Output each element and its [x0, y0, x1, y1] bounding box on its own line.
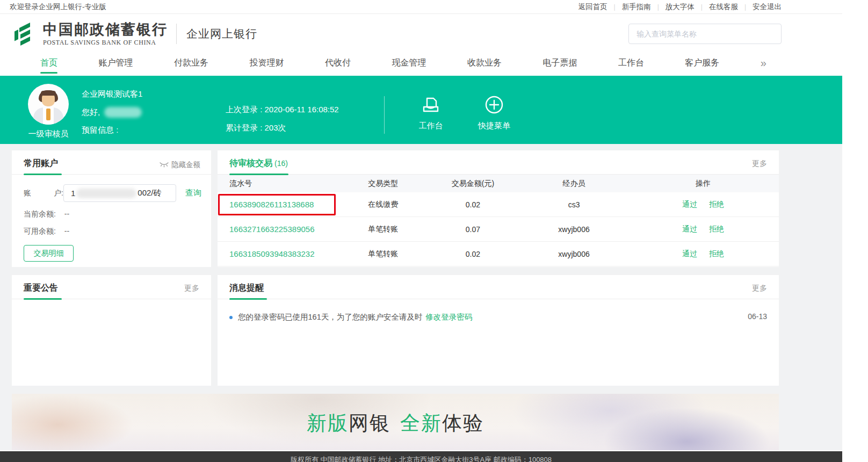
product-title: 企业网上银行: [186, 26, 257, 41]
workbench-label: 工作台: [407, 121, 455, 131]
main-nav: 首页 账户管理 付款业务 投资理财 代收付 现金管理 收款业务 电子票据 工作台…: [0, 54, 842, 76]
nav-item-workbench[interactable]: 工作台: [618, 56, 644, 74]
top-utility-bar: 欢迎登录企业网上银行-专业版 返回首页| 新手指南| 放大字体| 在线客服| 安…: [0, 0, 842, 14]
bullet-dot-icon: [229, 316, 233, 319]
content: 常用账户 隐藏金额 账户:: [0, 144, 842, 450]
link-safe-logout[interactable]: 安全退出: [753, 2, 782, 12]
approve-link[interactable]: 通过: [682, 225, 697, 234]
account-select-row: 账户: 1 002/砖 查询: [24, 184, 211, 202]
pending-table-header: 流水号 交易类型 交易金额(元) 经办员 操作: [218, 175, 779, 192]
tx-type: 单笔转账: [341, 249, 425, 259]
pending-title: 待审核交易(16): [229, 158, 288, 169]
nav-more-chevron-icon[interactable]: »: [761, 56, 765, 70]
link-enlarge-font[interactable]: 放大字体: [666, 2, 695, 12]
notices-panel: 重要公告 更多: [12, 275, 211, 386]
user-banner: 一级审核员 企业网银测试客1 您好, 预留信息 : 上次登录 : 2020-06…: [0, 76, 842, 144]
workbench-shortcut[interactable]: 工作台: [407, 95, 455, 131]
accounts-title: 常用账户: [24, 158, 58, 169]
promo-slogan: 新版网银全新体验: [12, 410, 779, 437]
current-balance-value: --: [64, 210, 69, 218]
message-text: 您的登录密码已使用161天，为了您的账户安全请及时: [238, 312, 422, 322]
approve-link[interactable]: 通过: [682, 249, 697, 259]
nav-item-payment[interactable]: 付款业务: [174, 56, 208, 74]
header: 中国邮政储蓄银行 POSTAL SAVINGS BANK OF CHINA 企业…: [0, 14, 842, 54]
bank-logo: 中国邮政储蓄银行 POSTAL SAVINGS BANK OF CHINA: [12, 21, 168, 47]
nav-item-home[interactable]: 首页: [40, 56, 57, 74]
link-home[interactable]: 返回首页: [578, 2, 607, 12]
reject-link[interactable]: 拒绝: [709, 200, 724, 210]
messages-title: 消息提醒: [229, 283, 264, 294]
tx-operator: xwyjb006: [520, 250, 627, 258]
redacted-account-number: [76, 189, 136, 198]
quick-menu-shortcut[interactable]: 快捷菜单: [470, 95, 518, 131]
available-balance-value: --: [64, 227, 69, 235]
nav-item-investment[interactable]: 投资理财: [249, 56, 284, 74]
tx-operator: cs3: [520, 200, 627, 209]
col-operator: 经办员: [520, 179, 627, 189]
bank-name-cn: 中国邮政储蓄银行: [43, 23, 168, 37]
change-password-link[interactable]: 修改登录密码: [425, 312, 472, 322]
nav-item-customer-service[interactable]: 客户服务: [685, 56, 719, 74]
table-row: 1663271663225389056 单笔转账 0.07 xwyjb006 通…: [218, 217, 779, 242]
link-beginner-guide[interactable]: 新手指南: [622, 2, 651, 12]
nav-item-account-management[interactable]: 账户管理: [98, 56, 133, 74]
reject-link[interactable]: 拒绝: [709, 225, 724, 234]
accounts-panel-header: 常用账户 隐藏金额: [12, 150, 211, 175]
copyright-text: 版权所有 中国邮政储蓄银行 地址：北京市西城区金融大街3号A座 邮政编码：100…: [291, 456, 552, 462]
col-type: 交易类型: [341, 179, 425, 189]
message-item: 您的登录密码已使用161天，为了您的账户安全请及时 修改登录密码 06-13: [229, 312, 767, 322]
col-actions: 操作: [627, 179, 779, 189]
serial-link[interactable]: 1663185093948383232: [229, 249, 315, 258]
bank-logo-icon: [12, 21, 38, 47]
serial-link[interactable]: 1663890826113138688: [229, 200, 314, 209]
pending-transactions-panel: 待审核交易(16) 更多 流水号 交易类型 交易金额(元) 经办员 操作 166…: [218, 150, 779, 267]
notices-title-underline: [24, 298, 62, 300]
bank-name-en: POSTAL SAVINGS BANK OF CHINA: [43, 39, 168, 46]
promo-banner: 新版网银全新体验: [12, 394, 779, 450]
nav-item-cash-management[interactable]: 现金管理: [392, 56, 426, 74]
nav-item-collection-payment[interactable]: 代收付: [325, 56, 351, 74]
avatar: [28, 84, 69, 125]
tx-type: 单笔转账: [341, 225, 425, 234]
messages-more-link[interactable]: 更多: [752, 284, 767, 293]
nav-item-e-bills[interactable]: 电子票据: [542, 56, 577, 74]
accounts-title-underline: [24, 174, 62, 175]
accounts-panel: 常用账户 隐藏金额 账户:: [12, 150, 211, 267]
login-info: 上次登录 : 2020-06-11 16:08:52 累计登录 : 203次: [226, 105, 339, 141]
avatar-block: 一级审核员: [16, 84, 81, 139]
header-divider: [176, 24, 177, 44]
last-login: 上次登录 : 2020-06-11 16:08:52: [226, 105, 339, 115]
divider: |: [657, 3, 659, 11]
tx-operator: xwyjb006: [520, 225, 627, 234]
footer: 版权所有 中国邮政储蓄银行 地址：北京市西城区金融大街3号A座 邮政编码：100…: [0, 451, 842, 462]
col-amount: 交易金额(元): [425, 179, 521, 189]
reserved-info-label: 预留信息 :: [82, 125, 142, 135]
table-row: 1663890826113138688 在线缴费 0.02 cs3 通过 拒绝: [218, 192, 779, 217]
nav-item-receivables[interactable]: 收款业务: [467, 56, 502, 74]
user-role: 一级审核员: [16, 129, 81, 139]
top-links: 返回首页| 新手指南| 放大字体| 在线客服| 安全退出: [578, 2, 782, 12]
col-serial: 流水号: [218, 179, 341, 189]
messages-title-underline: [229, 298, 267, 300]
total-login: 累计登录 : 203次: [226, 123, 339, 133]
account-number-field[interactable]: 1 002/砖: [63, 184, 176, 202]
link-online-service[interactable]: 在线客服: [709, 2, 738, 12]
account-label: 账户:: [24, 189, 63, 198]
banner-divider: [384, 96, 385, 134]
hide-amount-toggle[interactable]: 隐藏金额: [160, 160, 200, 170]
transaction-detail-button[interactable]: 交易明细: [24, 245, 74, 262]
tx-amount: 0.02: [425, 200, 521, 209]
pending-panel-header: 待审核交易(16) 更多: [218, 150, 779, 175]
user-info: 企业网银测试客1 您好, 预留信息 :: [82, 89, 142, 143]
message-date: 06-13: [748, 312, 767, 321]
reject-link[interactable]: 拒绝: [709, 249, 724, 259]
greeting-line: 您好,: [82, 107, 142, 118]
table-row: 1663185093948383232 单笔转账 0.02 xwyjb006 通…: [218, 242, 779, 266]
notices-title: 重要公告: [24, 283, 58, 294]
notices-more-link[interactable]: 更多: [184, 284, 199, 293]
pending-more-link[interactable]: 更多: [752, 159, 767, 169]
serial-link[interactable]: 1663271663225389056: [229, 225, 315, 234]
menu-search-input[interactable]: [628, 24, 782, 44]
approve-link[interactable]: 通过: [682, 200, 697, 210]
account-query-link[interactable]: 查询: [185, 188, 201, 198]
